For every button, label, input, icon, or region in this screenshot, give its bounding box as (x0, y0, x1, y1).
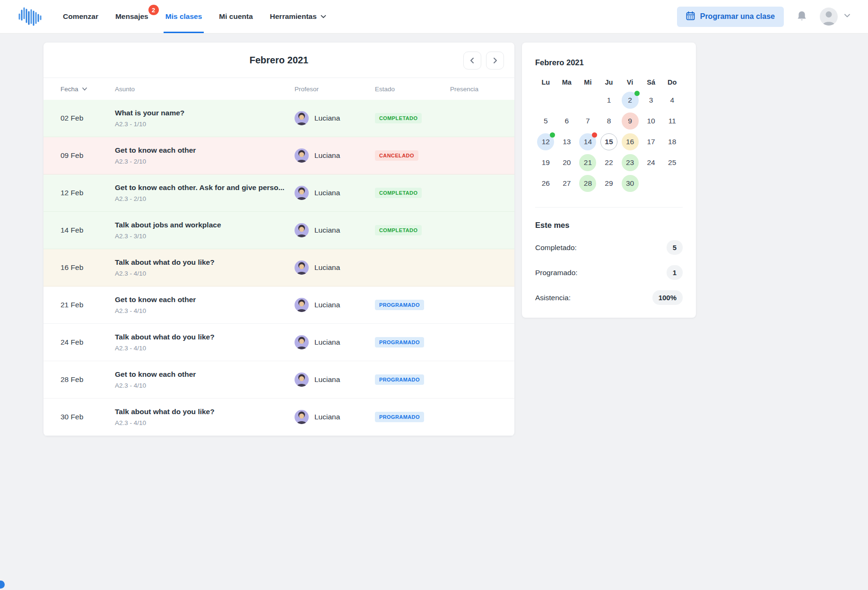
class-row[interactable]: 21 Feb Get to know each other A2.3 - 4/1… (43, 286, 514, 324)
calendar-day-cancelled[interactable]: 9 (622, 113, 639, 130)
brand-logo[interactable] (16, 4, 45, 29)
nav-item-comenzar[interactable]: Comenzar (54, 0, 107, 33)
teacher-avatar (295, 298, 309, 312)
class-row[interactable]: 28 Feb Get to know each other A2.3 - 4/1… (43, 361, 514, 399)
calendar-day[interactable]: 20 (563, 158, 571, 167)
class-date: 21 Feb (61, 301, 115, 309)
teacher-cell: Luciana (295, 298, 375, 312)
calendar-day[interactable]: 7 (586, 117, 590, 125)
class-level: A2.3 - 4/10 (115, 345, 295, 352)
nav-item-mensajes[interactable]: Mensajes 2 (107, 0, 157, 33)
nav-label: Mis clases (165, 12, 202, 21)
weekday-label: Sá (641, 78, 662, 86)
calendar-day-today[interactable]: 15 (600, 133, 617, 150)
class-row[interactable]: 09 Feb Get to know each other A2.3 - 2/1… (43, 137, 514, 174)
calendar-day[interactable]: 10 (647, 117, 655, 125)
teacher-name: Luciana (314, 226, 340, 234)
calendar-day-number: 30 (626, 179, 634, 188)
calendar-day[interactable]: 24 (647, 158, 655, 167)
weekday-label: Lu (535, 78, 556, 86)
calendar-day-scheduled[interactable]: 28 (579, 175, 596, 192)
status-badge: COMPLETADO (375, 188, 422, 198)
class-row[interactable]: 16 Feb Talk about what do you like? A2.3… (43, 249, 514, 286)
class-subject-cell: What is your name? A2.3 - 1/10 (115, 109, 295, 128)
user-avatar (820, 8, 838, 26)
class-subject: Talk about what do you like? (115, 258, 295, 267)
calendar-day[interactable]: 5 (544, 117, 548, 125)
calendar-day[interactable]: 1 (607, 96, 611, 104)
waveform-logo-icon (16, 4, 44, 29)
calendar-day[interactable]: 25 (668, 158, 676, 167)
status-badge: COMPLETADO (375, 113, 422, 123)
calendar-day-number: 23 (626, 158, 634, 167)
table-header: Fecha Asunto Profesor Estado Presencia (43, 78, 514, 100)
class-level: A2.3 - 2/10 (115, 158, 295, 165)
calendar-day-empty (661, 173, 683, 194)
calendar-day-empty (535, 90, 556, 111)
teacher-cell: Luciana (295, 410, 375, 424)
weekday-label: Mi (577, 78, 599, 86)
class-level: A2.3 - 4/10 (115, 382, 295, 389)
calendar-day-number: 28 (584, 179, 592, 188)
chat-widget-sliver[interactable] (0, 581, 5, 589)
teacher-avatar (295, 410, 309, 424)
calendar-day[interactable]: 22 (605, 158, 613, 167)
previous-month-button[interactable] (463, 52, 481, 69)
stat-label: Completado: (535, 243, 577, 252)
class-level: A2.3 - 2/10 (115, 195, 295, 202)
calendar-day[interactable]: 13 (563, 138, 571, 146)
calendar-day-empty (556, 90, 578, 111)
calendar-grid: 1 2 3 4 5 6 7 8 9 10 11 12 13 14 15 16 1… (535, 90, 683, 194)
calendar-day-event[interactable]: 14 (579, 133, 596, 150)
column-header-fecha-sort[interactable]: Fecha (61, 86, 115, 93)
calendar-day[interactable]: 19 (542, 158, 550, 167)
class-subject: Get to know each other (115, 295, 295, 304)
calendar-day-number: 14 (584, 138, 592, 146)
calendar-day-event[interactable]: 2 (622, 92, 639, 109)
class-row[interactable]: 24 Feb Talk about what do you like? A2.3… (43, 324, 514, 361)
class-row[interactable]: 02 Feb What is your name? A2.3 - 1/10 Lu… (43, 100, 514, 137)
calendar-day[interactable]: 6 (565, 117, 569, 125)
calendar-day-empty (577, 90, 599, 111)
user-menu[interactable] (820, 8, 851, 26)
classes-panel-header: Febrero 2021 (43, 43, 514, 78)
calendar-day-number: 12 (542, 138, 550, 146)
nav-item-mis-clases[interactable]: Mis clases (157, 0, 211, 33)
calendar-day-scheduled[interactable]: 30 (622, 175, 639, 192)
nav-item-mi-cuenta[interactable]: Mi cuenta (210, 0, 261, 33)
calendar-day[interactable]: 8 (607, 117, 611, 125)
next-month-button[interactable] (486, 52, 504, 69)
class-row[interactable]: 14 Feb Talk about jobs and workplace A2.… (43, 212, 514, 249)
class-date: 14 Feb (61, 226, 115, 234)
calendar-day-number: 2 (628, 96, 632, 104)
calendar-panel: Febrero 2021 Lu Ma Mi Ju Vi Sá Do 1 2 3 … (522, 43, 696, 318)
calendar-day[interactable]: 17 (647, 138, 655, 146)
calendar-day[interactable]: 29 (605, 179, 613, 188)
calendar-day-number: 21 (584, 158, 592, 167)
teacher-avatar (295, 186, 309, 200)
calendar-day[interactable]: 26 (542, 179, 550, 188)
nav-item-herramientas[interactable]: Herramientas (261, 0, 335, 33)
calendar-day-scheduled[interactable]: 23 (622, 154, 639, 171)
calendar-day[interactable]: 27 (563, 179, 571, 188)
column-header-profesor: Profesor (295, 86, 375, 93)
class-row[interactable]: 12 Feb Get to know each other. Ask for a… (43, 174, 514, 212)
calendar-day[interactable]: 3 (649, 96, 653, 104)
column-header-presencia: Presencia (450, 86, 503, 93)
class-row[interactable]: 30 Feb Talk about what do you like? A2.3… (43, 399, 514, 436)
class-level: A2.3 - 4/10 (115, 270, 295, 277)
calendar-day-scheduled[interactable]: 21 (579, 154, 596, 171)
schedule-class-button[interactable]: Programar una clase (677, 7, 784, 27)
calendar-day[interactable]: 4 (670, 96, 674, 104)
calendar-day-number: 15 (605, 138, 613, 146)
calendar-day-pending[interactable]: 16 (622, 133, 639, 150)
teacher-cell: Luciana (295, 335, 375, 349)
calendar-day[interactable]: 11 (668, 117, 676, 125)
month-pager (463, 52, 504, 69)
calendar-day[interactable]: 18 (668, 138, 676, 146)
this-month-heading: Este mes (535, 221, 683, 230)
class-subject: Get to know each other. Ask for and give… (115, 183, 295, 192)
calendar-day-event[interactable]: 12 (537, 133, 554, 150)
notifications-bell-icon[interactable] (796, 10, 807, 23)
class-subject: Talk about what do you like? (115, 408, 295, 416)
